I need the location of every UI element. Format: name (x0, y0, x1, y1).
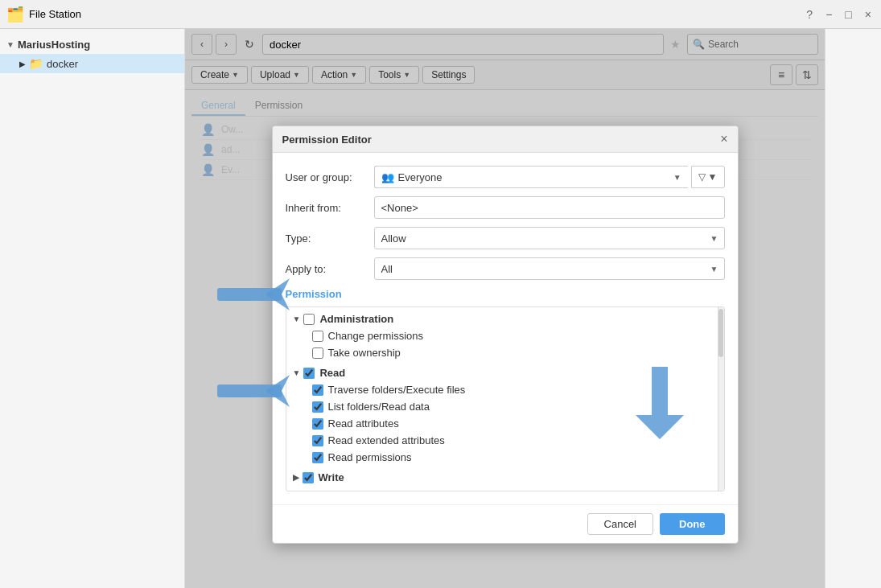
cancel-button[interactable]: Cancel (587, 513, 653, 535)
admin-checkbox[interactable] (303, 314, 315, 325)
title-bar: 🗂️ File Station ? − □ × (0, 0, 881, 29)
close-button[interactable]: × (862, 6, 875, 23)
chevron-right-icon: ▶ (293, 473, 299, 482)
perm-traverse: Traverse folders/Execute files (286, 381, 724, 398)
sidebar: ▼ MariusHosting ▶ 📁 docker (0, 29, 185, 588)
sidebar-group-marius[interactable]: ▼ MariusHosting (0, 35, 184, 54)
done-button[interactable]: Done (660, 513, 725, 535)
list-folders-checkbox[interactable] (312, 401, 323, 413)
permission-section-label: Permission (286, 288, 725, 300)
apply-to-select[interactable]: All This folder only Files only Sub-fold… (374, 257, 725, 280)
chevron-down-icon: ▼ (6, 40, 14, 49)
read-extended-checkbox[interactable] (312, 435, 323, 446)
permission-scroll-area[interactable]: ▼ Administration Change permissions Take… (286, 306, 725, 491)
type-row: Type: Allow Deny ▼ (286, 227, 725, 249)
user-group-wrapper: 👥 Everyone ▼ ▽ ▼ (374, 166, 725, 188)
dialog-header: Permission Editor × (273, 126, 738, 153)
users-icon: 👥 (381, 171, 394, 183)
perm-category-header-admin[interactable]: ▼ Administration (286, 310, 724, 327)
dialog-close-button[interactable]: × (720, 133, 727, 146)
apply-to-label: Apply to: (286, 263, 374, 275)
inherit-from-row: Inherit from: (286, 196, 725, 219)
perm-take-ownership: Take ownership (286, 344, 724, 361)
read-checkbox[interactable] (303, 368, 315, 379)
user-group-row: User or group: 👥 Everyone ▼ ▽ ▼ (286, 166, 725, 188)
write-checkbox[interactable] (303, 472, 314, 483)
traverse-checkbox[interactable] (312, 384, 323, 396)
apply-to-row: Apply to: All This folder only Files onl… (286, 257, 725, 280)
perm-read-permissions: Read permissions (286, 449, 724, 466)
inherit-from-label: Inherit from: (286, 202, 374, 214)
perm-list-folders: List folders/Read data (286, 398, 724, 415)
sidebar-item-docker[interactable]: ▶ 📁 docker (0, 54, 184, 73)
minimize-button[interactable]: − (822, 6, 835, 23)
perm-category-read: ▼ Read Traverse folders/Execute files Li… (286, 364, 724, 466)
chevron-right-icon: ▶ (19, 60, 26, 68)
perm-category-write: ▶ Write (286, 469, 724, 486)
maximize-button[interactable]: □ (842, 6, 854, 23)
permission-editor-dialog: Permission Editor × User or group: 👥 Eve… (272, 125, 739, 544)
perm-read-attributes: Read attributes (286, 415, 724, 432)
take-ownership-checkbox[interactable] (312, 347, 323, 359)
user-group-value: Everyone (398, 171, 443, 183)
dialog-title: Permission Editor (282, 134, 372, 146)
chevron-down-icon: ▼ (293, 315, 301, 323)
filter-arrow-icon: ▼ (708, 171, 718, 183)
perm-read-extended: Read extended attributes (286, 432, 724, 449)
admin-label: Administration (319, 313, 393, 325)
user-group-selector[interactable]: 👥 Everyone ▼ (374, 166, 688, 188)
perm-category-administration: ▼ Administration Change permissions Take… (286, 310, 724, 361)
filter-icon: ▽ (698, 171, 706, 183)
right-panel (825, 29, 881, 588)
change-permissions-checkbox[interactable] (312, 331, 323, 342)
read-label: Read (319, 367, 345, 379)
chevron-down-icon: ▼ (293, 368, 301, 377)
content-area: ‹ › ↻ ★ 🔍 Create ▼ Upload ▼ Action ▼ (185, 29, 825, 588)
dialog-body: User or group: 👥 Everyone ▼ ▽ ▼ (273, 153, 738, 504)
type-label: Type: (286, 232, 374, 245)
filter-button[interactable]: ▽ ▼ (691, 166, 725, 188)
perm-category-header-write[interactable]: ▶ Write (286, 469, 724, 486)
apply-to-select-wrapper: All This folder only Files only Sub-fold… (374, 257, 725, 280)
chevron-down-icon: ▼ (673, 173, 681, 182)
folder-icon: 📁 (29, 57, 43, 70)
app-title: File Station (29, 8, 81, 20)
inherit-from-input[interactable] (374, 196, 725, 219)
window-controls: ? − □ × (803, 6, 875, 23)
user-group-label: User or group: (286, 171, 374, 183)
app-icon: 🗂️ (6, 6, 24, 23)
type-select-wrapper: Allow Deny ▼ (374, 227, 725, 249)
dialog-footer: Cancel Done (273, 504, 738, 543)
help-button[interactable]: ? (803, 6, 816, 23)
perm-change-permissions: Change permissions (286, 327, 724, 344)
sidebar-group-label: MariusHosting (18, 39, 90, 51)
read-permissions-checkbox[interactable] (312, 452, 323, 463)
type-select[interactable]: Allow Deny (374, 227, 725, 249)
scrollbar[interactable] (718, 307, 724, 491)
read-attributes-checkbox[interactable] (312, 418, 323, 430)
sidebar-item-label: docker (47, 58, 78, 70)
perm-category-header-read[interactable]: ▼ Read (286, 364, 724, 381)
write-label: Write (319, 471, 344, 483)
scrollbar-thumb (718, 309, 723, 357)
